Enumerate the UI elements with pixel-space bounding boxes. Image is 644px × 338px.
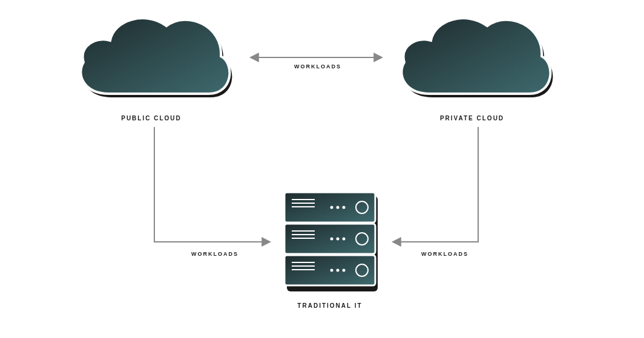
private-cloud-icon xyxy=(387,3,557,109)
svg-point-14 xyxy=(337,206,340,209)
arrow-left-label: WORKLOADS xyxy=(182,251,248,257)
hybrid-cloud-diagram: PUBLIC CLOUD PRIVATE CLOUD xyxy=(0,0,644,338)
svg-point-20 xyxy=(337,269,340,272)
arrow-public-to-server xyxy=(154,127,269,242)
svg-point-21 xyxy=(343,269,346,272)
public-cloud-icon xyxy=(67,3,236,109)
svg-point-17 xyxy=(337,238,340,241)
arrow-top-label: WORKLOADS xyxy=(284,63,351,70)
private-cloud-label: PRIVATE CLOUD xyxy=(430,115,514,122)
server-stack-icon xyxy=(278,187,381,296)
traditional-it-label: TRADITIONAL IT xyxy=(284,302,375,309)
svg-point-15 xyxy=(343,206,346,209)
svg-point-18 xyxy=(343,238,346,241)
svg-point-19 xyxy=(330,269,334,272)
svg-point-16 xyxy=(330,238,334,241)
arrow-right-label: WORKLOADS xyxy=(412,251,478,257)
arrow-private-to-server xyxy=(393,127,478,242)
svg-point-13 xyxy=(330,206,334,209)
public-cloud-label: PUBLIC CLOUD xyxy=(109,115,194,122)
